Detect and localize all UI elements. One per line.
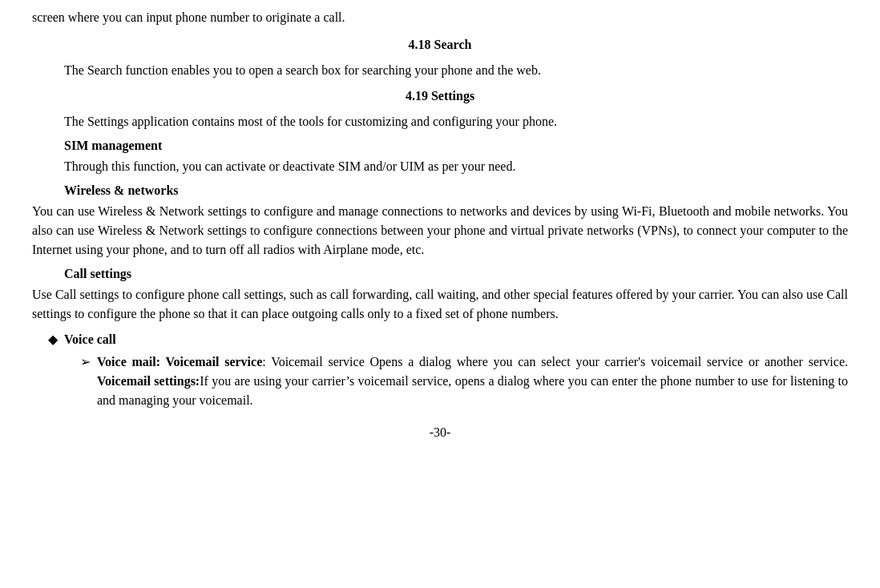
voice-call-bullet: ◆ Voice call	[48, 330, 848, 349]
voicemail-label-bold2: Voicemail settings:	[97, 374, 200, 388]
wireless-body: You can use Wireless & Network settings …	[32, 202, 848, 260]
call-settings-body: Use Call settings to configure phone cal…	[32, 285, 848, 324]
section-419-heading: 4.19 Settings	[32, 87, 848, 106]
sim-management-heading: SIM management	[32, 136, 848, 155]
sub-bullet-section: ➢ Voice mail: Voicemail service: Voicema…	[48, 352, 848, 410]
page-content: screen where you can input phone number …	[32, 8, 848, 442]
voicemail-label-bold1: Voice mail: Voicemail service	[97, 355, 262, 369]
section-419-body: The Settings application contains most o…	[32, 112, 848, 131]
call-settings-heading: Call settings	[32, 264, 848, 284]
bullet-section: ◆ Voice call ➢ Voice mail: Voicemail ser…	[32, 330, 848, 410]
sim-body: Through this function, you can activate …	[32, 157, 848, 176]
wireless-networks-heading: Wireless & networks	[32, 181, 848, 200]
section-418-body: The Search function enables you to open …	[32, 61, 848, 80]
section-418-heading: 4.18 Search	[32, 35, 848, 54]
page-number: -30-	[32, 423, 848, 442]
intro-text: screen where you can input phone number …	[32, 8, 848, 27]
voice-call-label: Voice call	[64, 330, 116, 349]
diamond-icon: ◆	[48, 330, 58, 349]
voicemail-text: Voice mail: Voicemail service: Voicemail…	[97, 352, 848, 410]
arrow-icon: ➢	[80, 352, 91, 372]
voicemail-sub-bullet: ➢ Voice mail: Voicemail service: Voicema…	[80, 352, 848, 410]
